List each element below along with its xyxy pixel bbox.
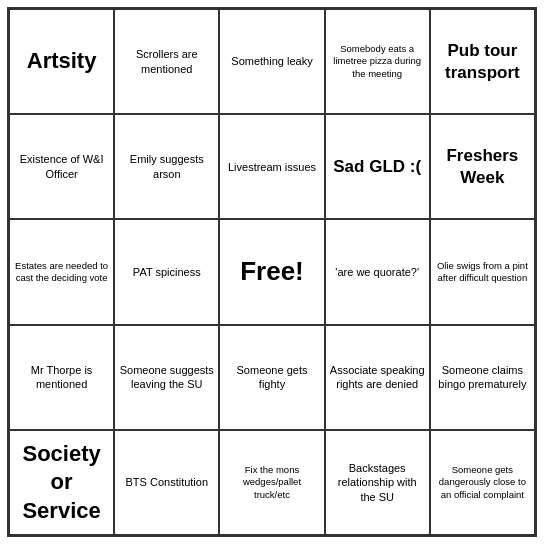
bingo-cell-7: Livestream issues bbox=[219, 114, 324, 219]
bingo-cell-21: BTS Constitution bbox=[114, 430, 219, 535]
bingo-cell-5: Existence of W&I Officer bbox=[9, 114, 114, 219]
bingo-card: ArtsityScrollers are mentionedSomething … bbox=[7, 7, 537, 537]
bingo-cell-10: Estates are needed to cast the deciding … bbox=[9, 219, 114, 324]
bingo-cell-12: Free! bbox=[219, 219, 324, 324]
bingo-cell-15: Mr Thorpe is mentioned bbox=[9, 325, 114, 430]
bingo-cell-2: Something leaky bbox=[219, 9, 324, 114]
bingo-cell-14: Olie swigs from a pint after difficult q… bbox=[430, 219, 535, 324]
bingo-cell-6: Emily suggests arson bbox=[114, 114, 219, 219]
bingo-cell-3: Somebody eats a limetree pizza during th… bbox=[325, 9, 430, 114]
bingo-cell-22: Fix the mons wedges/pallet truck/etc bbox=[219, 430, 324, 535]
bingo-cell-9: Freshers Week bbox=[430, 114, 535, 219]
bingo-cell-1: Scrollers are mentioned bbox=[114, 9, 219, 114]
bingo-cell-4: Pub tour transport bbox=[430, 9, 535, 114]
bingo-cell-18: Associate speaking rights are denied bbox=[325, 325, 430, 430]
bingo-cell-8: Sad GLD :( bbox=[325, 114, 430, 219]
bingo-cell-24: Someone gets dangerously close to an off… bbox=[430, 430, 535, 535]
bingo-cell-17: Someone gets fighty bbox=[219, 325, 324, 430]
bingo-cell-23: Backstages relationship with the SU bbox=[325, 430, 430, 535]
bingo-cell-20: Society or Service bbox=[9, 430, 114, 535]
bingo-cell-13: 'are we quorate?' bbox=[325, 219, 430, 324]
bingo-cell-0: Artsity bbox=[9, 9, 114, 114]
bingo-cell-19: Someone claims bingo prematurely bbox=[430, 325, 535, 430]
bingo-cell-11: PAT spiciness bbox=[114, 219, 219, 324]
bingo-cell-16: Someone suggests leaving the SU bbox=[114, 325, 219, 430]
